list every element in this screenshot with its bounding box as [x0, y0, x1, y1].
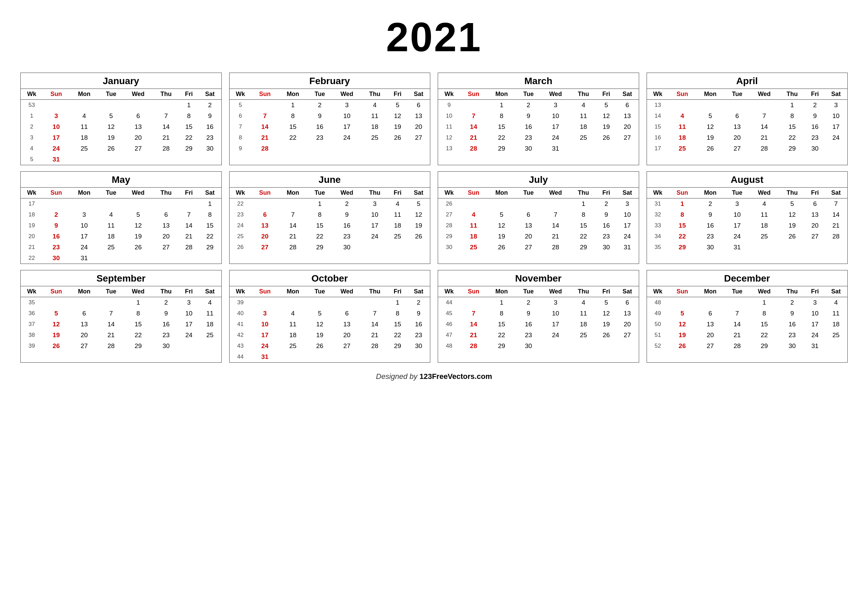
day-cell: 24	[805, 330, 825, 340]
day-cell	[388, 253, 407, 256]
day-cell	[725, 154, 750, 157]
day-cell: 8	[307, 209, 332, 220]
day-cell: 10	[251, 319, 278, 330]
day-cell: 25	[460, 242, 487, 253]
col-header-sun: Sun	[43, 286, 70, 297]
day-cell	[805, 242, 825, 253]
day-cell: 17	[805, 319, 825, 330]
day-cell: 21	[179, 231, 199, 242]
day-cell: 7	[541, 209, 570, 220]
day-cell: 30	[696, 242, 725, 253]
day-cell: 15	[749, 319, 779, 330]
week-row	[438, 154, 639, 157]
day-cell	[179, 199, 199, 210]
col-header-tue: Tue	[725, 188, 750, 199]
day-cell: 14	[541, 220, 570, 231]
day-cell: 10	[179, 308, 199, 319]
day-cell: 16	[153, 319, 179, 330]
day-cell: 18	[99, 231, 123, 242]
day-cell: 11	[570, 308, 597, 319]
day-cell: 17	[179, 319, 199, 330]
week-row: 210111213141516	[21, 121, 222, 132]
col-header-fri: Fri	[805, 188, 825, 199]
day-cell	[570, 154, 597, 157]
week-row: 26123	[438, 199, 639, 210]
day-cell: 1	[487, 297, 516, 308]
day-cell: 14	[179, 220, 199, 231]
col-header-wk: Wk	[647, 286, 669, 297]
day-cell: 10	[332, 110, 361, 121]
week-number: 36	[21, 308, 43, 319]
day-cell: 16	[805, 121, 825, 132]
day-cell: 24	[43, 143, 70, 154]
week-number	[647, 351, 669, 355]
week-number: 46	[438, 319, 460, 330]
day-cell	[99, 297, 123, 308]
day-cell: 30	[198, 143, 221, 154]
week-number: 12	[438, 132, 460, 143]
day-cell: 26	[597, 132, 616, 143]
day-cell: 16	[332, 220, 361, 231]
day-cell: 16	[696, 220, 725, 231]
col-header-fri: Fri	[805, 89, 825, 100]
col-header-thu: Thu	[570, 188, 597, 199]
week-row: 1078910111213	[438, 110, 639, 121]
col-header-fri: Fri	[597, 286, 616, 297]
day-cell: 1	[779, 100, 805, 111]
day-cell: 4	[99, 209, 123, 220]
day-cell: 8	[487, 308, 516, 319]
week-row: 1221222324252627	[438, 132, 639, 143]
col-header-fri: Fri	[179, 286, 199, 297]
day-cell: 30	[43, 253, 70, 264]
day-cell: 16	[779, 319, 805, 330]
day-cell: 1	[749, 297, 779, 308]
col-header-thu: Thu	[570, 286, 597, 297]
day-cell: 7	[725, 308, 750, 319]
week-number: 26	[229, 242, 251, 253]
day-cell: 12	[307, 319, 332, 330]
day-cell	[460, 154, 487, 157]
week-row	[438, 351, 639, 355]
week-number: 9	[229, 143, 251, 154]
day-cell: 7	[278, 209, 307, 220]
day-cell: 15	[123, 319, 153, 330]
day-cell: 10	[362, 209, 388, 220]
week-row: 4721222324252627	[438, 330, 639, 340]
day-cell: 3	[541, 100, 570, 111]
day-cell: 11	[570, 110, 597, 121]
col-header-sat: Sat	[825, 286, 847, 297]
day-cell: 2	[516, 100, 541, 111]
day-cell	[616, 340, 639, 351]
week-number: 53	[21, 100, 43, 111]
day-cell	[407, 351, 430, 362]
day-cell	[332, 143, 361, 154]
month-name: July	[438, 172, 639, 188]
day-cell: 29	[487, 340, 516, 351]
col-header-sat: Sat	[616, 89, 639, 100]
day-cell	[307, 351, 332, 362]
day-cell	[805, 253, 825, 256]
day-cell: 11	[362, 110, 388, 121]
col-header-fri: Fri	[179, 89, 199, 100]
month-name: August	[647, 172, 848, 188]
day-cell: 30	[516, 340, 541, 351]
day-cell: 24	[362, 231, 388, 242]
day-cell	[362, 143, 388, 154]
day-cell	[332, 297, 361, 308]
day-cell	[70, 297, 99, 308]
col-header-fri: Fri	[388, 188, 407, 199]
day-cell	[696, 253, 725, 256]
day-cell	[616, 253, 639, 256]
week-number: 25	[229, 231, 251, 242]
col-header-wed: Wed	[749, 188, 779, 199]
day-cell: 21	[362, 330, 388, 340]
day-cell: 30	[597, 242, 616, 253]
day-cell	[179, 253, 199, 264]
day-cell	[251, 100, 278, 111]
day-cell: 30	[779, 340, 805, 351]
week-number: 20	[21, 231, 43, 242]
day-cell	[749, 100, 779, 111]
day-cell: 1	[307, 199, 332, 210]
day-cell	[153, 199, 179, 210]
week-number: 24	[229, 220, 251, 231]
